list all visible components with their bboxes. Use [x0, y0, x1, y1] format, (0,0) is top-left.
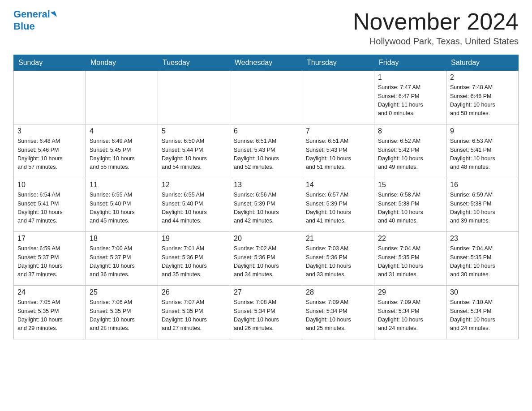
day-info: Sunrise: 6:59 AMSunset: 5:37 PMDaylight:… [17, 244, 82, 279]
day-cell-w1-d7: 2Sunrise: 7:48 AMSunset: 6:46 PMDaylight… [446, 71, 519, 124]
header-saturday: Saturday [446, 55, 519, 71]
week-row-5: 24Sunrise: 7:05 AMSunset: 5:35 PMDayligh… [14, 286, 519, 339]
day-cell-w3-d3: 12Sunrise: 6:55 AMSunset: 5:40 PMDayligh… [158, 178, 230, 232]
day-info: Sunrise: 6:50 AMSunset: 5:44 PMDaylight:… [162, 137, 226, 172]
location-subtitle: Hollywood Park, Texas, United States [353, 36, 519, 47]
day-cell-w2-d1: 3Sunrise: 6:48 AMSunset: 5:46 PMDaylight… [14, 124, 86, 178]
day-cell-w1-d6: 1Sunrise: 7:47 AMSunset: 6:47 PMDaylight… [374, 71, 446, 124]
day-number: 24 [17, 288, 82, 296]
day-info: Sunrise: 6:49 AMSunset: 5:45 PMDaylight:… [90, 137, 154, 172]
day-cell-w3-d2: 11Sunrise: 6:55 AMSunset: 5:40 PMDayligh… [86, 178, 158, 232]
day-number: 16 [450, 181, 515, 189]
day-info: Sunrise: 6:57 AMSunset: 5:39 PMDaylight:… [306, 191, 370, 226]
day-cell-w2-d7: 9Sunrise: 6:53 AMSunset: 5:41 PMDaylight… [446, 124, 519, 178]
day-number: 15 [378, 181, 442, 189]
month-title: November 2024 [353, 9, 519, 34]
day-info: Sunrise: 7:08 AMSunset: 5:34 PMDaylight:… [234, 298, 298, 333]
header-thursday: Thursday [302, 55, 374, 71]
day-number: 30 [450, 288, 515, 296]
header-monday: Monday [86, 55, 158, 71]
day-cell-w5-d2: 25Sunrise: 7:06 AMSunset: 5:35 PMDayligh… [86, 286, 158, 339]
day-number: 5 [162, 127, 226, 135]
day-info: Sunrise: 7:09 AMSunset: 5:34 PMDaylight:… [378, 298, 442, 333]
day-info: Sunrise: 7:02 AMSunset: 5:36 PMDaylight:… [234, 244, 298, 279]
day-info: Sunrise: 7:00 AMSunset: 5:37 PMDaylight:… [90, 244, 154, 279]
logo-blue: Blue [13, 21, 35, 32]
day-cell-w4-d4: 20Sunrise: 7:02 AMSunset: 5:36 PMDayligh… [230, 232, 302, 286]
day-info: Sunrise: 7:48 AMSunset: 6:46 PMDaylight:… [450, 83, 515, 118]
day-number: 2 [450, 73, 515, 81]
day-info: Sunrise: 7:01 AMSunset: 5:36 PMDaylight:… [162, 244, 226, 279]
day-info: Sunrise: 6:53 AMSunset: 5:41 PMDaylight:… [450, 137, 515, 172]
header-friday: Friday [374, 55, 446, 71]
day-info: Sunrise: 7:04 AMSunset: 5:35 PMDaylight:… [378, 244, 442, 279]
logo-text: General [13, 9, 56, 20]
day-number: 26 [162, 288, 226, 296]
day-cell-w4-d3: 19Sunrise: 7:01 AMSunset: 5:36 PMDayligh… [158, 232, 230, 286]
day-number: 25 [90, 288, 154, 296]
week-row-3: 10Sunrise: 6:54 AMSunset: 5:41 PMDayligh… [14, 178, 519, 232]
day-info: Sunrise: 7:05 AMSunset: 5:35 PMDaylight:… [17, 298, 82, 333]
day-info: Sunrise: 6:56 AMSunset: 5:39 PMDaylight:… [234, 191, 298, 226]
day-number: 9 [450, 127, 515, 135]
day-info: Sunrise: 6:51 AMSunset: 5:43 PMDaylight:… [306, 137, 370, 172]
week-row-4: 17Sunrise: 6:59 AMSunset: 5:37 PMDayligh… [14, 232, 519, 286]
day-cell-w1-d3 [158, 71, 230, 124]
calendar-table: Sunday Monday Tuesday Wednesday Thursday… [13, 55, 519, 339]
day-cell-w2-d3: 5Sunrise: 6:50 AMSunset: 5:44 PMDaylight… [158, 124, 230, 178]
day-info: Sunrise: 6:55 AMSunset: 5:40 PMDaylight:… [162, 191, 226, 226]
day-number: 10 [17, 181, 82, 189]
day-info: Sunrise: 7:03 AMSunset: 5:36 PMDaylight:… [306, 244, 370, 279]
day-cell-w4-d7: 23Sunrise: 7:04 AMSunset: 5:35 PMDayligh… [446, 232, 519, 286]
day-number: 23 [450, 235, 515, 243]
day-cell-w3-d5: 14Sunrise: 6:57 AMSunset: 5:39 PMDayligh… [302, 178, 374, 232]
day-info: Sunrise: 7:47 AMSunset: 6:47 PMDaylight:… [378, 83, 442, 118]
day-number: 4 [90, 127, 154, 135]
week-row-2: 3Sunrise: 6:48 AMSunset: 5:46 PMDaylight… [14, 124, 519, 178]
day-number: 21 [306, 235, 370, 243]
day-number: 11 [90, 181, 154, 189]
day-info: Sunrise: 7:04 AMSunset: 5:35 PMDaylight:… [450, 244, 515, 279]
day-number: 12 [162, 181, 226, 189]
header-tuesday: Tuesday [158, 55, 230, 71]
day-info: Sunrise: 6:51 AMSunset: 5:43 PMDaylight:… [234, 137, 298, 172]
day-cell-w5-d3: 26Sunrise: 7:07 AMSunset: 5:35 PMDayligh… [158, 286, 230, 339]
day-info: Sunrise: 7:06 AMSunset: 5:35 PMDaylight:… [90, 298, 154, 333]
day-cell-w5-d6: 29Sunrise: 7:09 AMSunset: 5:34 PMDayligh… [374, 286, 446, 339]
day-info: Sunrise: 6:55 AMSunset: 5:40 PMDaylight:… [90, 191, 154, 226]
day-cell-w5-d5: 28Sunrise: 7:09 AMSunset: 5:34 PMDayligh… [302, 286, 374, 339]
day-number: 1 [378, 73, 442, 81]
day-number: 19 [162, 235, 226, 243]
day-cell-w2-d5: 7Sunrise: 6:51 AMSunset: 5:43 PMDaylight… [302, 124, 374, 178]
day-cell-w1-d1 [14, 71, 86, 124]
day-cell-w3-d7: 16Sunrise: 6:59 AMSunset: 5:38 PMDayligh… [446, 178, 519, 232]
page-header: General Blue November 2024 Hollywood Par… [13, 9, 519, 47]
day-info: Sunrise: 6:52 AMSunset: 5:42 PMDaylight:… [378, 137, 442, 172]
day-info: Sunrise: 7:07 AMSunset: 5:35 PMDaylight:… [162, 298, 226, 333]
day-cell-w2-d4: 6Sunrise: 6:51 AMSunset: 5:43 PMDaylight… [230, 124, 302, 178]
day-info: Sunrise: 7:09 AMSunset: 5:34 PMDaylight:… [306, 298, 370, 333]
day-number: 18 [90, 235, 154, 243]
day-cell-w3-d6: 15Sunrise: 6:58 AMSunset: 5:38 PMDayligh… [374, 178, 446, 232]
day-number: 7 [306, 127, 370, 135]
day-number: 28 [306, 288, 370, 296]
title-area: November 2024 Hollywood Park, Texas, Uni… [353, 9, 519, 47]
day-cell-w1-d4 [230, 71, 302, 124]
day-cell-w5-d7: 30Sunrise: 7:10 AMSunset: 5:34 PMDayligh… [446, 286, 519, 339]
day-info: Sunrise: 6:48 AMSunset: 5:46 PMDaylight:… [17, 137, 82, 172]
day-info: Sunrise: 7:10 AMSunset: 5:34 PMDaylight:… [450, 298, 515, 333]
day-cell-w4-d6: 22Sunrise: 7:04 AMSunset: 5:35 PMDayligh… [374, 232, 446, 286]
day-info: Sunrise: 6:54 AMSunset: 5:41 PMDaylight:… [17, 191, 82, 226]
day-cell-w4-d5: 21Sunrise: 7:03 AMSunset: 5:36 PMDayligh… [302, 232, 374, 286]
day-number: 6 [234, 127, 298, 135]
day-info: Sunrise: 6:59 AMSunset: 5:38 PMDaylight:… [450, 191, 515, 226]
week-row-1: 1Sunrise: 7:47 AMSunset: 6:47 PMDaylight… [14, 71, 519, 124]
day-number: 20 [234, 235, 298, 243]
day-cell-w1-d5 [302, 71, 374, 124]
day-number: 27 [234, 288, 298, 296]
logo-general: General [13, 9, 50, 20]
day-number: 22 [378, 235, 442, 243]
logo-triangle-icon [51, 11, 57, 19]
day-number: 17 [17, 235, 82, 243]
day-cell-w2-d2: 4Sunrise: 6:49 AMSunset: 5:45 PMDaylight… [86, 124, 158, 178]
